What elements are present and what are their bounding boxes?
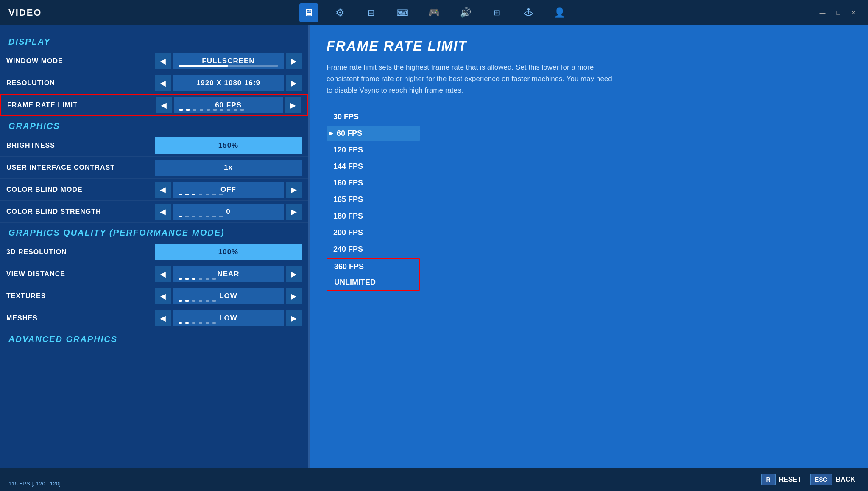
- color-blind-mode-control: ◀ OFF ▶: [155, 182, 302, 198]
- color-blind-mode-value: OFF: [173, 182, 284, 198]
- window-mode-control: ◀ FULLSCREEN ▶: [155, 53, 302, 69]
- close-button[interactable]: ✕: [848, 8, 860, 17]
- ui-contrast-label: USER INTERFACE CONTRAST: [6, 164, 155, 171]
- frame-rate-right-arrow[interactable]: ▶: [285, 97, 301, 113]
- title-bar: VIDEO 🖥 ⚙ ⊟ ⌨ 🎮 🔊 ⊞ 🕹 👤 — □ ✕: [0, 0, 868, 25]
- nav-icons: 🖥 ⚙ ⊟ ⌨ 🎮 🔊 ⊞ 🕹 👤: [299, 3, 569, 22]
- ui-contrast-value: 1x: [155, 160, 302, 176]
- ui-contrast-control: 1x: [155, 160, 302, 176]
- color-blind-strength-row: COLOR BLIND STRENGTH ◀ 0 ▶: [0, 201, 308, 223]
- meshes-label: MESHES: [6, 314, 155, 322]
- frame-rate-value: 60 FPS: [174, 97, 283, 113]
- main-layout: DISPLAY WINDOW MODE ◀ FULLSCREEN ▶ RESOL…: [0, 25, 868, 468]
- window-controls: — □ ✕: [816, 8, 860, 17]
- resolution-right-arrow[interactable]: ▶: [286, 75, 302, 91]
- color-blind-mode-right-arrow[interactable]: ▶: [286, 182, 302, 198]
- fps-30[interactable]: 30 FPS: [327, 109, 420, 125]
- meshes-left-arrow[interactable]: ◀: [155, 310, 171, 326]
- reset-label: RESET: [779, 476, 801, 483]
- 3d-resolution-row: 3D RESOLUTION 100%: [0, 241, 308, 263]
- graphics-section-header: GRAPHICS: [0, 116, 308, 135]
- color-blind-mode-left-arrow[interactable]: ◀: [155, 182, 171, 198]
- textures-control: ◀ LOW ▶: [155, 288, 302, 304]
- detail-description: Frame rate limit sets the highest frame …: [327, 62, 615, 96]
- 3d-resolution-value: 100%: [155, 244, 302, 260]
- view-distance-right-arrow[interactable]: ▶: [286, 266, 302, 282]
- page-title: VIDEO: [8, 7, 42, 18]
- color-blind-strength-left-arrow[interactable]: ◀: [155, 204, 171, 220]
- textures-value: LOW: [173, 288, 284, 304]
- reset-key-badge: R: [761, 474, 776, 485]
- fps-160[interactable]: 160 FPS: [327, 175, 420, 191]
- fps-120[interactable]: 120 FPS: [327, 142, 420, 158]
- view-distance-left-arrow[interactable]: ◀: [155, 266, 171, 282]
- display-section-header: DISPLAY: [0, 32, 308, 50]
- textures-label: TEXTURES: [6, 292, 155, 300]
- fps-180[interactable]: 180 FPS: [327, 208, 420, 224]
- color-blind-mode-label: COLOR BLIND MODE: [6, 186, 155, 194]
- textures-right-arrow[interactable]: ▶: [286, 288, 302, 304]
- window-mode-label: WINDOW MODE: [6, 57, 155, 65]
- window-mode-right-arrow[interactable]: ▶: [286, 53, 302, 69]
- frame-rate-limit-row: FRAME RATE LIMIT ◀ 60 FPS: [0, 94, 308, 116]
- account-nav-icon[interactable]: 👤: [550, 3, 569, 22]
- fps-360[interactable]: 360 FPS: [327, 259, 419, 275]
- settings-nav-icon[interactable]: ⚙: [331, 3, 349, 22]
- frame-rate-limit-control: ◀ 60 FPS ▶: [156, 97, 301, 113]
- brightness-label: BRIGHTNESS: [6, 142, 155, 149]
- display-nav-icon[interactable]: ⊟: [362, 3, 381, 22]
- fps-200[interactable]: 200 FPS: [327, 225, 420, 241]
- network-nav-icon[interactable]: ⊞: [488, 3, 506, 22]
- resolution-left-arrow[interactable]: ◀: [155, 75, 171, 91]
- frame-rate-limit-label: FRAME RATE LIMIT: [7, 101, 156, 109]
- fps-info: 116 FPS [, 120 : 120]: [8, 480, 61, 487]
- color-blind-strength-right-arrow[interactable]: ▶: [286, 204, 302, 220]
- fps-240[interactable]: 240 FPS: [327, 241, 420, 257]
- window-mode-left-arrow[interactable]: ◀: [155, 53, 171, 69]
- window-mode-row: WINDOW MODE ◀ FULLSCREEN ▶: [0, 50, 308, 72]
- fps-144[interactable]: 144 FPS: [327, 159, 420, 174]
- reset-button[interactable]: R RESET: [761, 474, 801, 485]
- back-label: BACK: [836, 476, 855, 483]
- minimize-button[interactable]: —: [816, 8, 829, 17]
- view-distance-label: VIEW DISTANCE: [6, 270, 155, 278]
- left-panel: DISPLAY WINDOW MODE ◀ FULLSCREEN ▶ RESOL…: [0, 25, 310, 468]
- keyboard-nav-icon[interactable]: ⌨: [394, 3, 412, 22]
- meshes-value: LOW: [173, 310, 284, 326]
- bottom-bar: 116 FPS [, 120 : 120] R RESET ESC BACK: [0, 468, 868, 491]
- fps-list: 30 FPS 60 FPS 120 FPS 144 FPS 160 FPS 16…: [327, 109, 420, 291]
- fps-unlimited[interactable]: UNLIMITED: [327, 275, 419, 290]
- detail-title: FRAME RATE LIMIT: [327, 38, 851, 54]
- meshes-right-arrow[interactable]: ▶: [286, 310, 302, 326]
- resolution-label: RESOLUTION: [6, 79, 155, 87]
- 3d-resolution-label: 3D RESOLUTION: [6, 248, 155, 256]
- meshes-row: MESHES ◀ LOW ▶: [0, 307, 308, 329]
- 3d-resolution-control: 100%: [155, 244, 302, 260]
- right-panel: FRAME RATE LIMIT Frame rate limit sets t…: [310, 25, 868, 468]
- fps-165[interactable]: 165 FPS: [327, 192, 420, 208]
- resolution-row: RESOLUTION ◀ 1920 X 1080 16:9 ▶: [0, 72, 308, 94]
- brightness-value: 150%: [155, 137, 302, 154]
- brightness-control: 150%: [155, 137, 302, 154]
- controller-nav-icon[interactable]: 🎮: [425, 3, 444, 22]
- audio-nav-icon[interactable]: 🔊: [456, 3, 475, 22]
- advanced-graphics-section-header: ADVANCED GRAPHICS: [0, 329, 308, 348]
- color-blind-strength-control: ◀ 0 ▶: [155, 204, 302, 220]
- back-key-badge: ESC: [810, 474, 832, 485]
- back-button[interactable]: ESC BACK: [810, 474, 855, 485]
- frame-rate-left-arrow[interactable]: ◀: [156, 97, 172, 113]
- fps-60[interactable]: 60 FPS: [327, 126, 420, 141]
- ui-contrast-row: USER INTERFACE CONTRAST 1x: [0, 157, 308, 179]
- textures-row: TEXTURES ◀ LOW ▶: [0, 285, 308, 307]
- color-blind-strength-label: COLOR BLIND STRENGTH: [6, 208, 155, 216]
- monitor-nav-icon[interactable]: 🖥: [299, 3, 318, 22]
- maximize-button[interactable]: □: [833, 8, 843, 17]
- textures-left-arrow[interactable]: ◀: [155, 288, 171, 304]
- color-blind-mode-row: COLOR BLIND MODE ◀ OFF ▶: [0, 179, 308, 201]
- graphics-quality-section-header: GRAPHICS QUALITY (PERFORMANCE MODE): [0, 223, 308, 241]
- brightness-row: BRIGHTNESS 150%: [0, 135, 308, 157]
- resolution-value: 1920 X 1080 16:9: [173, 75, 284, 91]
- view-distance-value: NEAR: [173, 266, 284, 282]
- gamepad-nav-icon[interactable]: 🕹: [519, 3, 538, 22]
- color-blind-strength-value: 0: [173, 204, 284, 220]
